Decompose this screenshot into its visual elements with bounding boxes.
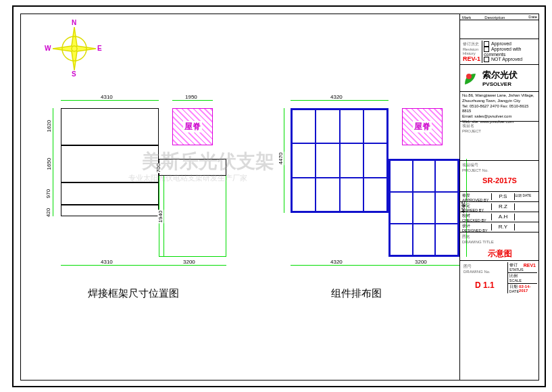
designed-by-value: R.Y <box>492 224 515 230</box>
rev-number: REV-1 <box>463 55 480 62</box>
right-drawing-caption: 组件排布图 <box>331 287 382 300</box>
status-value: REV1 <box>524 263 536 272</box>
ridge-label: 屋脊 <box>183 121 202 132</box>
not-approved-label: NOT Approved <box>491 57 522 62</box>
project-no-row: 项目编号 PROJECT No. SR-2017S <box>460 161 539 192</box>
dim-line <box>388 265 459 266</box>
date-value: 02-14-2017 <box>519 285 536 293</box>
drawing-title-row: 图名 DRAWING TITLE 示意图 <box>460 232 539 261</box>
compass-s: S <box>72 70 76 78</box>
drawing-title-label: 图名 DRAWING TITLE <box>462 234 537 244</box>
dim-value: 1940 <box>157 210 164 224</box>
drawing-title: 示意图 <box>462 248 537 260</box>
not-approved-checkbox[interactable] <box>484 57 489 62</box>
drawing-no: D 1.1 <box>463 280 506 290</box>
project-no: SR-2017S <box>462 176 537 185</box>
dim-line <box>159 265 226 266</box>
ridge-hatch: 屋脊 <box>402 108 443 145</box>
pv-array-upper <box>291 108 388 213</box>
dim-value: 420 <box>45 207 51 218</box>
svg-marker-2 <box>53 46 74 51</box>
compass-e: E <box>97 45 102 52</box>
dim-value: 3200 <box>182 259 196 265</box>
compass-rose: N S E W <box>47 22 101 76</box>
company-name-en: PVSOLVER <box>482 81 518 87</box>
dim-value: 4310 <box>100 259 114 265</box>
title-block: Mark Description Date 修订历史 Revision Hist… <box>459 14 539 381</box>
checked-by-value: A.H <box>492 214 515 220</box>
agreed-by-value: R.Z <box>492 203 515 210</box>
dim-value: 4470 <box>278 152 284 166</box>
pvsolver-logo-icon <box>462 70 480 87</box>
designed-by-row: 设计 DESIGNED BY R.Y <box>460 222 539 232</box>
dim-line <box>61 100 159 101</box>
frame-row <box>159 159 226 176</box>
rev-desc-label: Description <box>484 16 505 20</box>
approved-label: Approved <box>491 41 511 46</box>
company-logo-row: 索尔光伏 PVSOLVER <box>460 65 539 92</box>
frame-row <box>61 205 159 216</box>
designed-by-label: 设计 DESIGNED BY <box>462 224 492 230</box>
status-label: 修订 STATUS <box>509 263 524 272</box>
approved-by-value: P.S <box>492 193 515 200</box>
dim-line <box>291 265 388 266</box>
company-address: No.86, Wangjiawei Lane, Jishan Village, … <box>460 92 539 122</box>
approved-comments-checkbox[interactable] <box>484 47 489 52</box>
rev-rows <box>460 20 539 39</box>
dim-value: 1950 <box>184 94 198 100</box>
svg-marker-3 <box>74 46 96 51</box>
frame-row <box>61 145 159 182</box>
dim-value: 1650 <box>46 157 52 171</box>
approved-comments-label: Approved with comments <box>484 47 521 57</box>
frame-row <box>61 108 159 145</box>
drawing-no-label: 图号 DRAWING No. <box>463 264 506 274</box>
drawing-no-row: 图号 DRAWING No. D 1.1 修订 STATUS REV1 比例 S… <box>460 261 539 295</box>
scale-label: 比例 SCALE <box>508 273 537 284</box>
compass-n: N <box>72 19 76 26</box>
compass-w: W <box>45 45 51 52</box>
approved-checkbox[interactable] <box>484 41 489 47</box>
compass-icon <box>47 22 101 76</box>
svg-point-6 <box>466 74 472 79</box>
agreed-by-label: 审定 AGREED BY <box>462 203 492 210</box>
rev-mark-label: Mark <box>462 16 471 20</box>
dim-line <box>172 100 213 101</box>
ridge-label: 屋脊 <box>413 121 432 132</box>
ridge-hatch: 屋脊 <box>172 108 213 145</box>
dim-value: 4310 <box>100 94 114 100</box>
svg-marker-1 <box>72 49 77 70</box>
approved-by-row: 签发 APPROVED BY P.S 日期 DATE <box>460 192 539 202</box>
project-no-label: 项目编号 PROJECT No. <box>462 162 537 172</box>
dim-value: 4320 <box>330 94 343 100</box>
company-name-cn: 索尔光伏 <box>482 69 518 81</box>
approved-by-label: 签发 APPROVED BY <box>462 193 492 200</box>
date-label: 日期 DATE <box>509 285 519 293</box>
rev-header-row: Mark Description Date <box>460 14 539 20</box>
svg-point-5 <box>72 46 77 51</box>
project-row: 项目名 PROJECT <box>460 122 539 161</box>
pv-array-lower <box>388 159 459 257</box>
rev-date-label: Date <box>528 15 537 19</box>
dim-value: 3200 <box>414 259 428 265</box>
drawing-area: N S E W 4310 1950 1620 1650 970 420 屋脊 7… <box>20 14 459 381</box>
revision-approval-row: 修订历史 Revision History REV-1 Approved App… <box>460 39 539 65</box>
dim-value: 1620 <box>46 120 52 133</box>
dim-value: 970 <box>45 189 51 199</box>
dim-line <box>61 265 159 266</box>
svg-marker-0 <box>72 27 77 49</box>
date-col-label: 日期 DATE <box>515 193 537 200</box>
checked-by-label: 校对 CHECKED BY <box>462 214 492 220</box>
dim-line <box>291 100 388 101</box>
left-drawing-caption: 焊接框架尺寸位置图 <box>88 287 179 300</box>
frame-row <box>61 182 159 205</box>
agreed-by-row: 审定 AGREED BY R.Z <box>460 202 539 212</box>
checked-by-row: 校对 CHECKED BY A.H <box>460 212 539 222</box>
dim-value: 700 <box>155 163 161 173</box>
project-label: 项目名 PROJECT <box>462 123 537 133</box>
rev-history-label: 修订历史 Revision History <box>463 41 481 55</box>
dim-value: 4320 <box>330 259 343 265</box>
dim-line <box>53 108 53 216</box>
